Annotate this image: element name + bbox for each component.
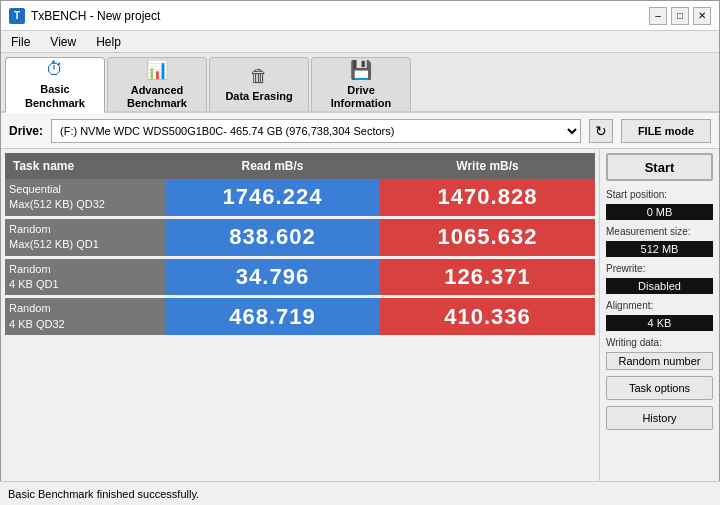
benchmark-table: Task name Read mB/s Write mB/s Sequentia… (5, 153, 595, 338)
tab-basic-benchmark[interactable]: ⏱ BasicBenchmark (5, 57, 105, 113)
write-value-0: 1470.828 (380, 179, 595, 217)
menu-file[interactable]: File (5, 33, 36, 51)
history-button[interactable]: History (606, 406, 713, 430)
menu-view[interactable]: View (44, 33, 82, 51)
data-erasing-icon: 🗑 (250, 66, 268, 87)
read-value-1: 838.602 (165, 217, 380, 257)
window-controls: – □ ✕ (649, 7, 711, 25)
start-position-label: Start position: (606, 189, 713, 200)
app-icon: T (9, 8, 25, 24)
tab-data-erasing[interactable]: 🗑 Data Erasing (209, 57, 309, 111)
advanced-benchmark-icon: 📊 (146, 59, 168, 81)
measurement-size-value: 512 MB (606, 241, 713, 257)
menu-bar: File View Help (1, 31, 719, 53)
alignment-value: 4 KB (606, 315, 713, 331)
col-header-write: Write mB/s (380, 153, 595, 179)
right-panel: Start Start position: 0 MB Measurement s… (599, 149, 719, 482)
refresh-button[interactable]: ↻ (589, 119, 613, 143)
tab-basic-benchmark-label: BasicBenchmark (25, 83, 85, 109)
tab-drive-information[interactable]: 💾 DriveInformation (311, 57, 411, 111)
tab-advanced-benchmark-label: AdvancedBenchmark (127, 84, 187, 110)
measurement-size-label: Measurement size: (606, 226, 713, 237)
row-label-0: SequentialMax(512 KB) QD32 (5, 179, 165, 217)
table-row: SequentialMax(512 KB) QD32 1746.224 1470… (5, 179, 595, 217)
row-label-1: RandomMax(512 KB) QD1 (5, 217, 165, 257)
col-header-task: Task name (5, 153, 165, 179)
write-value-1: 1065.632 (380, 217, 595, 257)
title-bar: T TxBENCH - New project – □ ✕ (1, 1, 719, 31)
start-position-value: 0 MB (606, 204, 713, 220)
row-label-3: Random4 KB QD32 (5, 297, 165, 337)
col-header-read: Read mB/s (165, 153, 380, 179)
task-options-button[interactable]: Task options (606, 376, 713, 400)
window-title: TxBENCH - New project (31, 9, 649, 23)
close-button[interactable]: ✕ (693, 7, 711, 25)
read-value-2: 34.796 (165, 257, 380, 297)
read-value-0: 1746.224 (165, 179, 380, 217)
writing-data-value: Random number (606, 352, 713, 370)
minimize-button[interactable]: – (649, 7, 667, 25)
status-text: Basic Benchmark finished successfully. (8, 488, 199, 500)
maximize-button[interactable]: □ (671, 7, 689, 25)
alignment-label: Alignment: (606, 300, 713, 311)
start-button[interactable]: Start (606, 153, 713, 181)
write-value-2: 126.371 (380, 257, 595, 297)
basic-benchmark-icon: ⏱ (46, 59, 64, 80)
tab-bar: ⏱ BasicBenchmark 📊 AdvancedBenchmark 🗑 D… (1, 53, 719, 113)
benchmark-area: Task name Read mB/s Write mB/s Sequentia… (1, 149, 599, 482)
tab-advanced-benchmark[interactable]: 📊 AdvancedBenchmark (107, 57, 207, 111)
drive-bar: Drive: (F:) NVMe WDC WDS500G1B0C- 465.74… (1, 113, 719, 149)
drive-label: Drive: (9, 124, 43, 138)
file-mode-button[interactable]: FILE mode (621, 119, 711, 143)
status-bar: Basic Benchmark finished successfully. (0, 481, 720, 505)
table-row: Random4 KB QD1 34.796 126.371 (5, 257, 595, 297)
write-value-3: 410.336 (380, 297, 595, 337)
menu-help[interactable]: Help (90, 33, 127, 51)
prewrite-value: Disabled (606, 278, 713, 294)
benchmark-tbody: SequentialMax(512 KB) QD32 1746.224 1470… (5, 179, 595, 337)
row-label-2: Random4 KB QD1 (5, 257, 165, 297)
table-row: Random4 KB QD32 468.719 410.336 (5, 297, 595, 337)
drive-information-icon: 💾 (350, 59, 372, 81)
drive-select[interactable]: (F:) NVMe WDC WDS500G1B0C- 465.74 GB (97… (51, 119, 581, 143)
table-row: RandomMax(512 KB) QD1 838.602 1065.632 (5, 217, 595, 257)
prewrite-label: Prewrite: (606, 263, 713, 274)
writing-data-label: Writing data: (606, 337, 713, 348)
tab-drive-information-label: DriveInformation (331, 84, 392, 110)
main-area: Task name Read mB/s Write mB/s Sequentia… (1, 149, 719, 482)
read-value-3: 468.719 (165, 297, 380, 337)
tab-data-erasing-label: Data Erasing (225, 90, 292, 103)
